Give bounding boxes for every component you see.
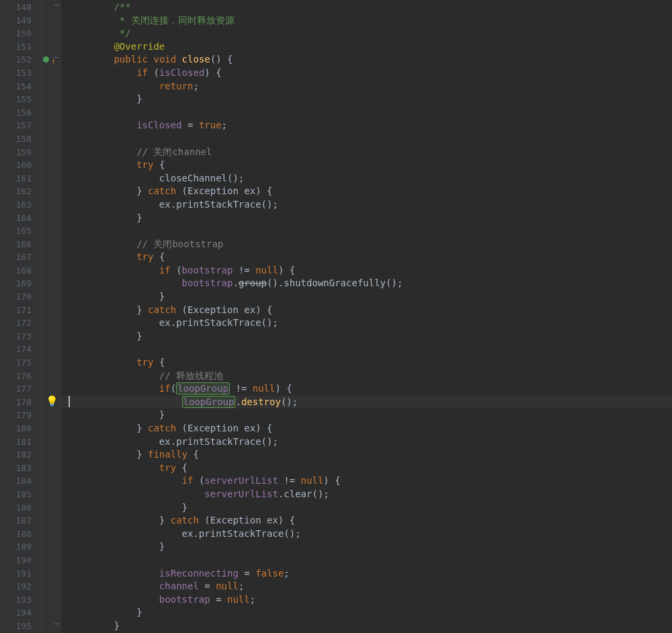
code-line[interactable]: } catch (Exception ex) { — [60, 185, 672, 198]
line-number: 187 — [0, 514, 41, 528]
caret — [69, 396, 70, 407]
code-line[interactable]: channel = null; — [60, 580, 672, 593]
marker-row — [42, 14, 60, 28]
marker-row — [42, 580, 60, 593]
highlighted-symbol: loopGroup — [182, 396, 236, 408]
code-line[interactable] — [60, 343, 672, 356]
code-line[interactable]: serverUrlList.clear(); — [60, 488, 672, 501]
code-line[interactable]: * 关闭连接，同时释放资源 — [60, 14, 672, 28]
code-line[interactable]: } — [60, 330, 672, 343]
code-line[interactable]: } — [60, 501, 672, 515]
code-line[interactable]: if (isClosed) { — [60, 67, 672, 80]
marker-row — [42, 80, 60, 93]
code-line[interactable]: isReconnecting = false; — [60, 567, 672, 581]
code-line[interactable]: ex.printStackTrace(); — [60, 528, 672, 541]
code-line[interactable]: bootstrap.group().shutdownGracefully(); — [60, 277, 672, 290]
code-line[interactable]: /** — [60, 1, 672, 14]
marker-row — [42, 409, 60, 422]
code-line[interactable]: // 关闭bootstrap — [60, 238, 672, 251]
token: null — [216, 581, 239, 591]
token: // 关闭channel — [114, 146, 212, 157]
line-number: 164 — [0, 212, 41, 225]
line-number: 177 — [0, 382, 41, 396]
code-line[interactable]: isClosed = true; — [60, 119, 672, 132]
code-line[interactable]: } — [60, 290, 672, 304]
line-number: 190 — [0, 554, 41, 567]
code-line[interactable] — [60, 554, 672, 567]
code-line[interactable] — [60, 132, 672, 146]
line-number: 191 — [0, 567, 41, 581]
code-line[interactable]: public void close() { — [60, 53, 672, 67]
marker-row — [42, 264, 60, 278]
code-line[interactable]: @Override — [60, 40, 672, 54]
line-number: 175 — [0, 356, 41, 370]
code-line[interactable]: } — [60, 540, 672, 554]
line-number: 169 — [0, 277, 41, 290]
token: null — [301, 475, 324, 486]
token: @Override — [114, 41, 165, 52]
code-line[interactable]: if(loopGroup != null) { — [60, 382, 672, 396]
code-line[interactable]: } — [60, 212, 672, 225]
code-line[interactable]: ex.printStackTrace(); — [60, 435, 672, 449]
marker-row — [42, 172, 60, 185]
marker-row — [42, 27, 60, 40]
code-line[interactable]: ex.printStackTrace(); — [60, 316, 672, 330]
marker-row — [42, 106, 60, 120]
code-line[interactable]: // 释放线程池 — [60, 370, 672, 383]
code-line[interactable] — [60, 224, 672, 238]
line-number: 155 — [0, 93, 41, 106]
code-line[interactable]: } — [60, 93, 672, 106]
override-marker-icon[interactable] — [43, 56, 49, 62]
code-line[interactable]: } — [60, 620, 672, 633]
intention-bulb-icon[interactable]: 💡 — [46, 396, 58, 407]
code-line[interactable]: if (serverUrlList != null) { — [60, 474, 672, 488]
marker-row — [42, 540, 60, 554]
code-line[interactable]: } — [60, 409, 672, 422]
code-line[interactable]: ex.printStackTrace(); — [60, 198, 672, 212]
code-line[interactable]: } catch (Exception ex) { — [60, 514, 672, 528]
token: catch — [148, 423, 182, 433]
code-line[interactable]: } finally { — [60, 448, 672, 462]
marker-row — [42, 93, 60, 106]
token: channel — [159, 581, 199, 591]
code-line[interactable]: loopGroup.destroy(); — [60, 396, 672, 409]
marker-row — [42, 501, 60, 515]
code-editor[interactable]: 1481491501511521531541551561571581591601… — [0, 0, 672, 633]
code-area[interactable]: /** * 关闭连接，同时释放资源 */ @Override public vo… — [60, 0, 672, 633]
code-line[interactable]: try { — [60, 251, 672, 264]
token: return — [114, 81, 193, 91]
line-number: 159 — [0, 146, 41, 159]
token: catch — [171, 515, 205, 525]
code-line[interactable]: try { — [60, 462, 672, 475]
token: null — [253, 383, 276, 394]
fold-hint-icon[interactable] — [54, 57, 58, 59]
code-line[interactable] — [60, 106, 672, 120]
line-number: 166 — [0, 238, 41, 251]
code-line[interactable]: } catch (Exception ex) { — [60, 422, 672, 435]
token: if — [114, 383, 170, 394]
code-line[interactable]: if (bootstrap != null) { — [60, 264, 672, 278]
code-line[interactable]: // 关闭channel — [60, 146, 672, 159]
code-line[interactable]: return; — [60, 80, 672, 93]
code-line[interactable]: try { — [60, 159, 672, 172]
marker-row — [42, 462, 60, 475]
fold-hint-icon[interactable] — [54, 624, 58, 626]
marker-row — [42, 277, 60, 290]
line-number: 167 — [0, 251, 41, 264]
line-number: 150 — [0, 27, 41, 40]
code-line[interactable]: */ — [60, 27, 672, 40]
marker-row — [42, 356, 60, 370]
code-line[interactable]: closeChannel(); — [60, 172, 672, 185]
code-line[interactable]: bootstrap = null; — [60, 593, 672, 607]
token: catch — [148, 304, 182, 315]
marker-row — [42, 370, 60, 383]
line-number: 165 — [0, 224, 41, 238]
line-number: 173 — [0, 330, 41, 343]
code-line[interactable]: } — [60, 606, 672, 620]
marker-row — [42, 304, 60, 317]
fold-hint-icon[interactable] — [54, 5, 58, 7]
marker-gutter: ↑💡 — [42, 0, 60, 633]
code-line[interactable]: } catch (Exception ex) { — [60, 304, 672, 317]
code-line[interactable]: try { — [60, 356, 672, 370]
token: true — [199, 120, 222, 130]
